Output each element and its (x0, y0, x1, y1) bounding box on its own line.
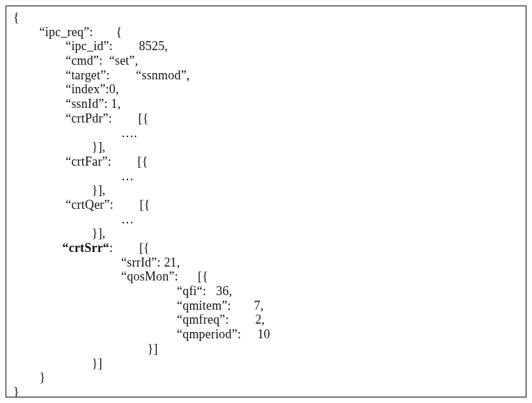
ellipsis-2: … (121, 169, 134, 183)
arr-open-1: [{ (139, 111, 149, 125)
val-target: “ssnmod” (136, 68, 187, 82)
val-qmfreq: 2 (255, 313, 261, 326)
val-index: 0 (109, 82, 116, 96)
val-qmperiod: 10 (258, 327, 270, 341)
ellipsis-3: … (121, 212, 134, 226)
arr-close-5: }] (148, 342, 158, 356)
key-ipc-id: “ipc_id” (65, 39, 109, 53)
key-crtsrr: “crtSrr“ (63, 241, 110, 255)
brace-open-ipcreq: { (116, 25, 122, 39)
brace-close-root: } (13, 385, 19, 397)
key-ssnid: “ssnId” (65, 97, 104, 111)
val-qfi: 36 (216, 284, 228, 298)
val-ipc-id: 8525 (139, 39, 165, 53)
brace-close-ipcreq: } (40, 370, 46, 384)
key-qosmon: “qosMon” (121, 269, 175, 283)
val-qmitem: 7 (254, 299, 260, 313)
key-cmd: “cmd” (65, 54, 99, 68)
arr-open-2: [{ (138, 155, 148, 168)
key-srrid: “srrId” (121, 255, 157, 269)
arr-close-2: }] (92, 183, 102, 197)
val-ssnid: 1 (111, 97, 118, 111)
key-qmitem: “qmitem” (177, 299, 228, 313)
key-crtqer: “crtQer” (65, 198, 110, 212)
key-qmperiod: “qmperiod” (177, 327, 237, 341)
arr-close-1: }] (92, 140, 102, 154)
brace-open-root: { (13, 10, 19, 24)
code-box: { “ipc_req”: { “ipc_id”: 8525, “cmd”: “s… (6, 6, 526, 397)
arr-close-4: }] (92, 356, 102, 370)
arr-open-4: [{ (139, 241, 150, 255)
key-qfi: “qfi“ (177, 284, 203, 298)
key-crtfar: “crtFar” (65, 155, 108, 168)
code-block: { “ipc_req”: { “ipc_id”: 8525, “cmd”: “s… (6, 6, 526, 397)
key-ipc-req: “ipc_req” (40, 25, 90, 39)
key-target: “target” (65, 68, 106, 82)
key-index: “index” (65, 82, 105, 96)
val-srrid: 21 (164, 255, 176, 269)
val-cmd: “set” (109, 54, 135, 68)
key-qmfreq: “qmfreq” (177, 313, 226, 326)
arr-open-5: [{ (198, 269, 208, 283)
arr-open-3: [{ (140, 198, 150, 212)
ellipsis-1: …. (121, 126, 137, 140)
key-crtpdr: “crtPdr” (65, 111, 109, 125)
arr-close-3: }] (92, 226, 102, 240)
